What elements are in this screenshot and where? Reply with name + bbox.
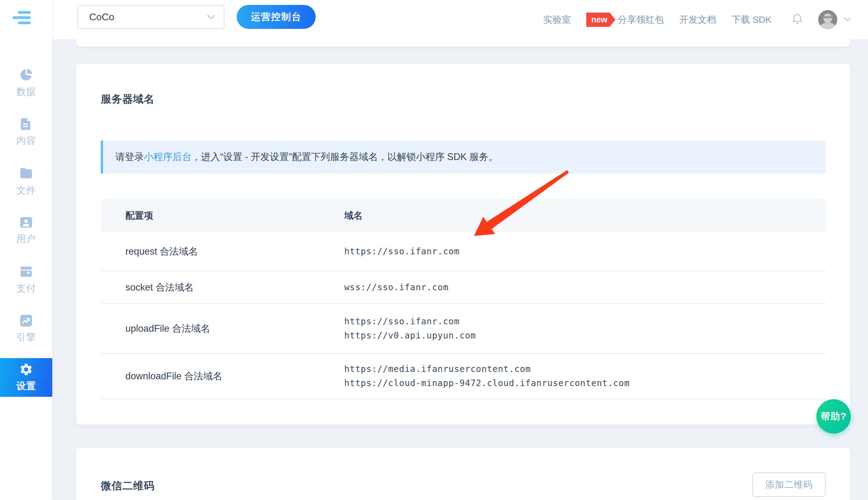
row-domains: https://sso.ifanr.com https://v0.api.upy… [344,315,826,343]
domain-value: https://v0.api.upyun.com [344,329,826,343]
nav-lab-link[interactable]: 实验室 [543,13,571,26]
avatar [818,10,837,29]
table-row: downloadFile 合法域名 https://media.ifanruse… [101,354,826,399]
notice-suffix: ，进入“设置 - 开发设置”配置下列服务器域名，以解锁小程序 SDK 服务。 [191,151,498,162]
card-title: 服务器域名 [101,92,155,106]
nav-red-packet-link[interactable]: new 分享领红包 [586,13,664,27]
document-icon [19,117,33,131]
row-domains: https://sso.ifanr.com [344,245,826,259]
row-key: request 合法域名 [101,245,344,258]
nav-red-packet-label: 分享领红包 [618,13,664,26]
sidebar-item-data[interactable]: 数据 [0,58,52,107]
domain-value: https://sso.ifanr.com [344,315,826,329]
sidebar-item-engine[interactable]: 引擎 [0,304,52,353]
notification-bell-icon[interactable] [792,13,803,26]
card-title: 微信二维码 [101,479,155,493]
server-domains-card: 服务器域名 请登录小程序后台，进入“设置 - 开发设置”配置下列服务器域名，以解… [76,64,850,424]
sidebar-item-label: 文件 [16,184,36,197]
domain-value: wss://sso.ifanr.com [344,281,826,295]
domain-value: https://sso.ifanr.com [344,245,826,259]
notice-prefix: 请登录 [115,151,144,162]
help-button[interactable]: 帮助? [816,399,851,434]
pie-chart-icon [19,68,33,82]
sidebar: 数据 内容 文件 用户 支付 [0,0,52,500]
sidebar-item-content[interactable]: 内容 [0,107,52,157]
sidebar-item-label: 支付 [16,282,36,295]
user-icon [19,215,33,229]
sidebar-item-label: 数据 [16,86,36,98]
wallet-icon [19,264,33,279]
row-key: uploadFile 合法域名 [101,322,344,335]
header-nav: 实验室 new 分享领红包 开发文档 下载 SDK [543,0,851,39]
ops-console-button[interactable]: 运营控制台 [237,5,316,29]
nav-download-sdk-link[interactable]: 下载 SDK [732,13,771,26]
notice-banner: 请登录小程序后台，进入“设置 - 开发设置”配置下列服务器域名，以解锁小程序 S… [101,141,826,173]
domains-table: 配置项 域名 request 合法域名 https://sso.ifanr.co… [101,199,826,399]
wechat-qrcode-card: 微信二维码 添加二维码 [76,448,850,500]
gear-icon [19,362,33,376]
row-key: socket 合法域名 [101,281,344,294]
main-content: 服务器域名 请登录小程序后台，进入“设置 - 开发设置”配置下列服务器域名，以解… [52,39,868,500]
sidebar-item-files[interactable]: 文件 [0,157,52,206]
column-header-config: 配置项 [101,209,344,222]
sidebar-item-label: 内容 [16,134,36,147]
row-key: downloadFile 合法域名 [101,370,344,383]
scrolled-card-edge [76,39,850,47]
app-selector-value: CoCo [78,11,114,23]
top-header: CoCo 运营控制台 实验室 new 分享领红包 开发文档 下载 SDK [52,0,868,39]
table-row: uploadFile 合法域名 https://sso.ifanr.com ht… [101,304,826,354]
miniapp-console-link[interactable]: 小程序后台 [144,151,191,162]
column-header-domain: 域名 [344,209,826,222]
account-menu[interactable] [818,10,851,29]
domain-value: https://cloud-minapp-9472.cloud.ifanruse… [344,376,826,390]
chevron-down-icon [844,18,851,22]
row-domains: https://media.ifanrusercontent.com https… [344,362,826,390]
sidebar-item-settings[interactable]: 设置 [0,358,52,397]
sidebar-menu: 数据 内容 文件 用户 支付 [0,58,52,402]
sidebar-item-label: 用户 [16,232,36,246]
table-header-row: 配置项 域名 [101,199,826,232]
chevron-down-icon [207,15,215,21]
add-qrcode-button[interactable]: 添加二维码 [753,473,826,497]
folder-icon [19,166,34,181]
sidebar-item-payments[interactable]: 支付 [0,255,52,304]
app-selector-dropdown[interactable]: CoCo [77,5,224,29]
domain-value: https://media.ifanrusercontent.com [344,362,826,376]
notice-text: 请登录小程序后台，进入“设置 - 开发设置”配置下列服务器域名，以解锁小程序 S… [115,150,498,164]
table-row: request 合法域名 https://sso.ifanr.com [101,232,826,271]
row-domains: wss://sso.ifanr.com [344,281,826,295]
sidebar-item-label: 引擎 [16,331,36,344]
trend-icon [19,314,33,328]
sidebar-item-label: 设置 [16,379,36,393]
new-badge: new [586,13,615,27]
sidebar-item-users[interactable]: 用户 [0,206,52,255]
menu-toggle-button[interactable] [0,11,52,26]
nav-dev-docs-link[interactable]: 开发文档 [679,13,716,26]
table-row: socket 合法域名 wss://sso.ifanr.com [101,271,826,304]
